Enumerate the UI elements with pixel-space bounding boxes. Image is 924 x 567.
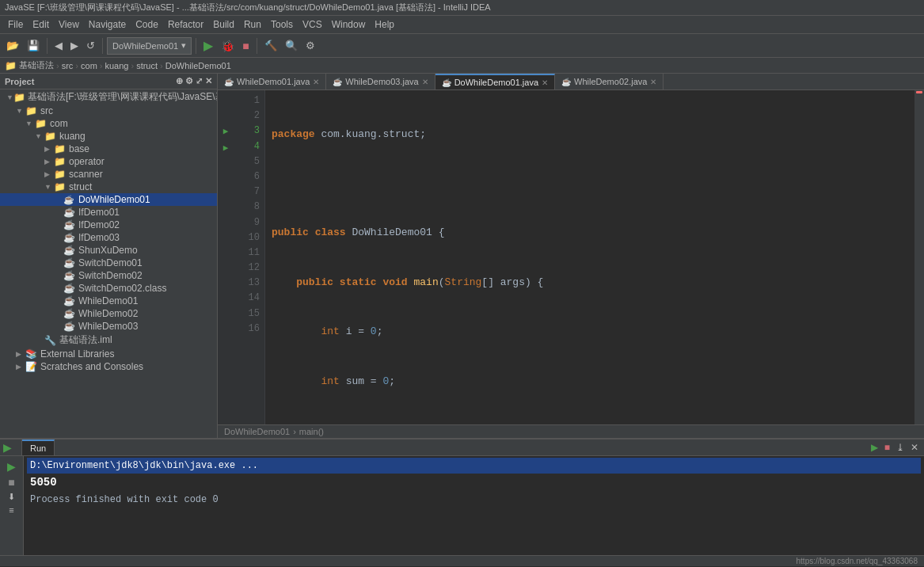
code-area[interactable]: package com.kuang.struct; public class D…	[265, 90, 914, 424]
sidebar-item-src[interactable]: ▼ 📁 src	[0, 105, 217, 117]
run-settings-btn[interactable]: ≡	[6, 504, 16, 516]
sidebar-item-whiledemo01[interactable]: ☕ WhileDemo01	[0, 295, 217, 307]
menu-window[interactable]: Window	[327, 17, 371, 32]
editor-breadcrumb-method[interactable]: main()	[299, 427, 324, 436]
menu-bar: File Edit View Navigate Code Refactor Bu…	[0, 16, 924, 34]
sidebar-item-base[interactable]: ▶ 📁 base	[0, 143, 217, 155]
sidebar-item-external-libs[interactable]: ▶ 📚 External Libraries	[0, 348, 217, 360]
back-btn[interactable]: ◀	[51, 38, 66, 53]
breadcrumb-com[interactable]: com	[81, 61, 97, 70]
sidebar-item-switchdemo02class[interactable]: ☕ SwitchDemo02.class	[0, 282, 217, 295]
breadcrumb-project[interactable]: 基础语法	[19, 59, 54, 71]
bottom-tab-run[interactable]: Run	[22, 440, 55, 455]
menu-help[interactable]: Help	[370, 17, 399, 32]
sidebar-item-label: IfDemo03	[78, 232, 120, 243]
run-btn[interactable]: ▶	[200, 36, 216, 55]
tab-whiledemo03[interactable]: ☕ WhileDemo03.java ✕	[326, 74, 435, 89]
refresh-btn[interactable]: ↺	[83, 38, 98, 53]
forward-btn[interactable]: ▶	[67, 38, 82, 53]
editor[interactable]: ▶ ▶ 1 2 3 4 5 6	[218, 90, 924, 424]
save-btn[interactable]: 💾	[24, 38, 43, 53]
line-num-6: 6	[234, 169, 260, 185]
line-num-16: 16	[234, 322, 260, 337]
breadcrumb-src[interactable]: src	[62, 61, 74, 70]
rerun-btn[interactable]: ▶	[869, 441, 880, 454]
menu-file[interactable]: File	[3, 17, 28, 32]
sidebar-item-scanner[interactable]: ▶ 📁 scanner	[0, 168, 217, 181]
breadcrumb-struct[interactable]: struct	[136, 61, 158, 70]
sidebar-item-kuang[interactable]: ▼ 📁 kuang	[0, 130, 217, 143]
settings-btn[interactable]: ⚙	[302, 38, 318, 53]
sidebar-item-label: WhileDemo02	[78, 308, 138, 319]
menu-code[interactable]: Code	[131, 17, 163, 32]
sidebar-close-icon[interactable]: ✕	[205, 76, 212, 86]
sidebar-item-switchdemo02[interactable]: ☕ SwitchDemo02	[0, 269, 217, 282]
sidebar-item-whiledemo02[interactable]: ☕ WhileDemo02	[0, 307, 217, 320]
right-scroll-gutter[interactable]	[914, 90, 924, 424]
search-btn[interactable]: 🔍	[282, 38, 301, 53]
gutter-line-7	[218, 189, 234, 206]
tab-close-icon[interactable]: ✕	[313, 78, 319, 86]
bottom-tabs: ▶ Run ▶ ■ ⤓ ✕	[0, 440, 924, 456]
sidebar-item-label: IfDemo02	[78, 219, 120, 230]
menu-vcs[interactable]: VCS	[298, 17, 327, 32]
open-file-btn[interactable]: 📂	[3, 38, 22, 53]
menu-build[interactable]: Build	[208, 17, 239, 32]
run-scroll-btn[interactable]: ⬇	[6, 491, 17, 503]
menu-edit[interactable]: Edit	[28, 17, 54, 32]
stop-run-btn[interactable]: ■	[882, 441, 892, 454]
sidebar-item-project[interactable]: ▼ 📁 基础语法[F:\班级管理\网课课程代码\JavaSE\基础语法]	[0, 89, 217, 105]
gutter-run-4[interactable]: ▶	[218, 139, 234, 156]
sidebar-item-ifdemo02[interactable]: ☕ IfDemo02	[0, 219, 217, 231]
tab-whiledemo02[interactable]: ☕ WhileDemo02.java ✕	[555, 74, 664, 89]
sidebar-item-dowhiledemo01[interactable]: ☕ DoWhileDemo01	[0, 193, 217, 206]
scroll-end-btn[interactable]: ⤓	[894, 441, 907, 454]
expand-arrow: ▼	[6, 93, 13, 101]
line-num-3: 3	[234, 124, 260, 139]
run-rerun-btn[interactable]: ▶	[5, 459, 18, 474]
scroll-marker	[916, 91, 922, 93]
sidebar-new-btn[interactable]: ⊕	[176, 76, 183, 86]
line-numbers: 1 2 3 4 5 6 7 8 9 10 11 12 13 14 15 16	[234, 90, 265, 424]
sidebar-item-whiledemo03[interactable]: ☕ WhileDemo03	[0, 320, 217, 333]
sidebar-item-label: SwitchDemo02.class	[78, 283, 166, 294]
sidebar-item-scratches[interactable]: ▶ 📝 Scratches and Consoles	[0, 360, 217, 373]
sidebar-item-com[interactable]: ▼ 📁 com	[0, 117, 217, 130]
close-panel-btn[interactable]: ✕	[908, 441, 921, 454]
tab-close-icon[interactable]: ✕	[422, 78, 428, 86]
tab-dowhiledemo01[interactable]: ☕ DoWhileDemo01.java ✕	[435, 74, 555, 89]
debug-btn[interactable]: 🐞	[218, 38, 238, 54]
sidebar-item-shunxudemo[interactable]: ☕ ShunXuDemo	[0, 244, 217, 257]
menu-run[interactable]: Run	[239, 17, 266, 32]
sidebar-item-switchdemo01[interactable]: ☕ SwitchDemo01	[0, 257, 217, 269]
menu-view[interactable]: View	[54, 17, 84, 32]
tab-close-icon[interactable]: ✕	[650, 78, 656, 86]
menu-tools[interactable]: Tools	[266, 17, 298, 32]
sidebar-expand-icon[interactable]: ⤢	[196, 76, 203, 86]
editor-gutter: ▶ ▶	[218, 90, 234, 424]
line-num-15: 15	[234, 306, 260, 322]
tab-whiledemo01[interactable]: ☕ WhileDemo01.java ✕	[218, 74, 326, 89]
run-output-cmd: D:\Environment\jdk8\jdk\bin\java.exe ...	[27, 458, 921, 474]
run-stop-btn[interactable]: ■	[6, 475, 17, 489]
sidebar-item-iml[interactable]: 🔧 基础语法.iml	[0, 333, 217, 348]
build-btn[interactable]: 🔨	[261, 38, 280, 53]
sidebar-item-operator[interactable]: ▶ 📁 operator	[0, 155, 217, 168]
folder-icon: 📁	[25, 105, 38, 116]
sidebar-item-struct[interactable]: ▼ 📁 struct	[0, 181, 217, 193]
gutter-run-3[interactable]: ▶	[218, 124, 234, 140]
stop-btn[interactable]: ■	[239, 38, 252, 54]
editor-breadcrumb-file[interactable]: DoWhileDemo01	[224, 427, 290, 436]
breadcrumb-file[interactable]: DoWhileDemo01	[165, 61, 231, 70]
tab-close-icon[interactable]: ✕	[542, 78, 548, 87]
project-icon: 📁	[13, 92, 25, 103]
run-config-dropdown[interactable]: DoWhileDemo01 ▾	[107, 37, 192, 55]
sidebar-settings-icon[interactable]: ⚙	[185, 76, 193, 86]
breadcrumb-icon: 📁	[5, 60, 17, 71]
sidebar-item-ifdemo01[interactable]: ☕ IfDemo01	[0, 206, 217, 219]
menu-refactor[interactable]: Refactor	[163, 17, 208, 32]
menu-navigate[interactable]: Navigate	[84, 17, 131, 32]
breadcrumb-kuang[interactable]: kuang	[105, 61, 128, 70]
sidebar-item-ifdemo03[interactable]: ☕ IfDemo03	[0, 231, 217, 244]
line-num-8: 8	[234, 200, 260, 215]
